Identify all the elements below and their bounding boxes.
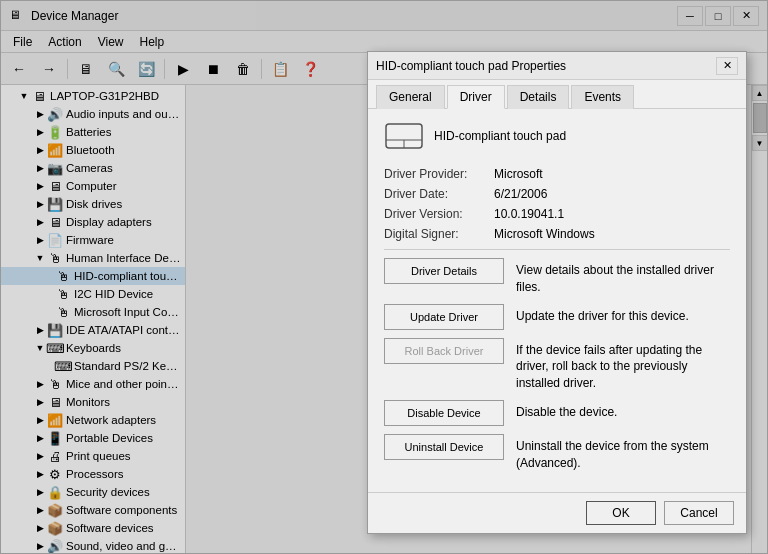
main-window: 🖥 Device Manager ─ □ ✕ File Action View …	[0, 0, 768, 554]
prop-provider: Driver Provider: Microsoft	[384, 167, 730, 181]
action-row-uninstall: Uninstall Device Uninstall the device fr…	[384, 434, 730, 472]
dialog-body: HID-compliant touch pad Driver Provider:…	[368, 109, 746, 492]
action-desc-driver-details: View details about the installed driver …	[516, 258, 730, 296]
disable-device-button[interactable]: Disable Device	[384, 400, 504, 426]
properties-dialog: HID-compliant touch pad Properties ✕ Gen…	[367, 51, 747, 534]
tab-details[interactable]: Details	[507, 85, 570, 109]
prop-value-provider: Microsoft	[494, 167, 543, 181]
separator	[384, 249, 730, 250]
action-row-driver-details: Driver Details View details about the in…	[384, 258, 730, 296]
prop-value-signer: Microsoft Windows	[494, 227, 595, 241]
update-driver-button[interactable]: Update Driver	[384, 304, 504, 330]
prop-label-provider: Driver Provider:	[384, 167, 494, 181]
prop-value-version: 10.0.19041.1	[494, 207, 564, 221]
action-row-update-driver: Update Driver Update the driver for this…	[384, 304, 730, 330]
dialog-close-button[interactable]: ✕	[716, 57, 738, 75]
dialog-title-bar: HID-compliant touch pad Properties ✕	[368, 52, 746, 80]
prop-version: Driver Version: 10.0.19041.1	[384, 207, 730, 221]
tab-driver[interactable]: Driver	[447, 85, 505, 109]
action-desc-uninstall: Uninstall the device from the system (Ad…	[516, 434, 730, 472]
dialog-title: HID-compliant touch pad Properties	[376, 59, 566, 73]
prop-value-date: 6/21/2006	[494, 187, 547, 201]
device-header: HID-compliant touch pad	[384, 121, 730, 151]
tab-events[interactable]: Events	[571, 85, 634, 109]
device-name: HID-compliant touch pad	[434, 129, 566, 143]
modal-overlay: HID-compliant touch pad Properties ✕ Gen…	[1, 1, 767, 553]
prop-date: Driver Date: 6/21/2006	[384, 187, 730, 201]
tab-bar: General Driver Details Events	[368, 80, 746, 109]
device-icon-large	[384, 121, 424, 151]
uninstall-device-button[interactable]: Uninstall Device	[384, 434, 504, 460]
prop-label-date: Driver Date:	[384, 187, 494, 201]
action-row-disable: Disable Device Disable the device.	[384, 400, 730, 426]
dialog-footer: OK Cancel	[368, 492, 746, 533]
ok-button[interactable]: OK	[586, 501, 656, 525]
prop-signer: Digital Signer: Microsoft Windows	[384, 227, 730, 241]
tab-general[interactable]: General	[376, 85, 445, 109]
driver-details-button[interactable]: Driver Details	[384, 258, 504, 284]
action-desc-roll-back: If the device fails after updating the d…	[516, 338, 730, 392]
prop-label-version: Driver Version:	[384, 207, 494, 221]
action-desc-update-driver: Update the driver for this device.	[516, 304, 689, 325]
cancel-button[interactable]: Cancel	[664, 501, 734, 525]
prop-label-signer: Digital Signer:	[384, 227, 494, 241]
roll-back-button[interactable]: Roll Back Driver	[384, 338, 504, 364]
action-row-roll-back: Roll Back Driver If the device fails aft…	[384, 338, 730, 392]
touchpad-svg	[384, 122, 424, 150]
action-desc-disable: Disable the device.	[516, 400, 617, 421]
